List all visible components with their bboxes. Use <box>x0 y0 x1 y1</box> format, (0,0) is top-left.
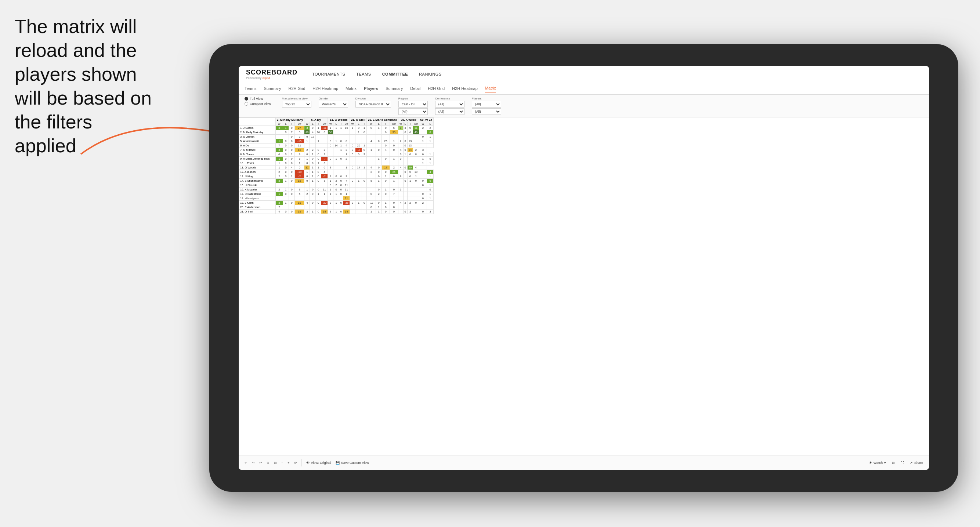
bottom-toolbar: ↩ ↪ ↩ ⊕ ⊞ − + ⟳ 👁 View: Original 💾 Save … <box>239 455 929 470</box>
full-view-radio[interactable] <box>245 97 248 100</box>
tablet-device: SCOREBOARD Powered by clippd TOURNAMENTS… <box>209 44 958 492</box>
table-row: 2. M Kelly Mulcahy 0 7 0 40 4 10 0 50 <box>239 130 434 135</box>
region-select[interactable]: East - DII <box>398 101 428 108</box>
col-group-dy: 6. A Dy <box>304 118 328 122</box>
table-row: 13. N Klug 2 0 1 -2 0 1 0 -2 1 0 0 3 <box>239 174 434 179</box>
subnav-matrix2[interactable]: Matrix <box>485 84 496 92</box>
share-button[interactable]: ↗ Share <box>910 461 923 465</box>
zoom-in-button[interactable]: + <box>288 461 290 465</box>
subnav-matrix[interactable]: Matrix <box>345 85 356 92</box>
players-select[interactable]: (All) <box>472 101 501 108</box>
logo-scoreboard: SCOREBOARD <box>246 68 298 76</box>
toolbar-divider <box>301 459 302 467</box>
table-row: 21. O Stoll 4 0 0 19 3 1 0 14 3 1 0 14 <box>239 210 434 214</box>
undo-button[interactable]: ↩ <box>245 461 248 465</box>
subnav-h2h-grid2[interactable]: H2H Grid <box>428 85 445 92</box>
conference-filter: Conference (All) (All) <box>435 97 465 115</box>
table-row: 7. O Mitchell 3 0 0 18 2 2 0 2 1 2 0 <box>239 148 434 152</box>
table-row: 18. H Hodgson 11 <box>239 196 434 201</box>
col-group-za: 60. W Za <box>419 118 433 122</box>
logo-area: SCOREBOARD Powered by clippd <box>246 68 298 79</box>
refresh-button[interactable]: ⟳ <box>294 461 297 465</box>
subnav-h2h-grid[interactable]: H2H Grid <box>288 85 305 92</box>
table-row: 6. A Dy 7 0 0 11 0 14 1 4 0 <box>239 143 434 148</box>
table-row: 3. S Jelinek 0 2 0 17 <box>239 135 434 139</box>
region-sub-select[interactable]: (All) <box>398 108 428 115</box>
max-players-select[interactable]: Top 25 <box>282 101 311 108</box>
division-filter: Division NCAA Division II <box>355 97 391 108</box>
table-row: 17. D Ballesteros 1 0 0 5 2 0 1 1 1 1 0 … <box>239 192 434 196</box>
back-button[interactable]: ↩ <box>259 461 262 465</box>
conference-sub-select[interactable]: (All) <box>435 108 465 115</box>
col-group-stoll: 21. O Stoll <box>350 118 366 122</box>
table-row: 20. E Andersson 2 <box>239 205 434 210</box>
player-col-header <box>239 118 276 126</box>
subnav-detail[interactable]: Detail <box>410 85 420 92</box>
division-select[interactable]: NCAA Division II <box>355 101 391 108</box>
table-row: 19. J Karrh 3 1 0 19 4 0 0 -20 3 1 0 -35… <box>239 201 434 205</box>
compact-view-radio[interactable] <box>245 102 248 106</box>
subnav-h2h-heatmap2[interactable]: H2H Heatmap <box>452 85 478 92</box>
matrix-table: 2. M Kelly Mulcahy 6. A Dy 11. G Woods 2… <box>239 117 434 214</box>
nav-items: TOURNAMENTS TEAMS COMMITTEE RANKINGS <box>312 70 442 78</box>
sub-nav: Teams Summary H2H Grid H2H Heatmap Matri… <box>239 82 929 95</box>
zoom-out-button[interactable]: − <box>281 461 283 465</box>
grid-button[interactable]: ⊞ <box>274 461 277 465</box>
players-filter: Players (All) (All) <box>472 97 501 115</box>
col-group-mulcahy: 2. M Kelly Mulcahy <box>276 118 304 122</box>
table-row: 14. S Srichantamit 3 1 0 18 0 1 0 5 1 2 … <box>239 179 434 183</box>
logo-powered: Powered by clippd <box>246 76 298 79</box>
table-row: 1. J Garcia 3 1 0 27 3 0 1 -11 1 1 1 10 … <box>239 126 434 130</box>
col-group-woods: 11. G Woods <box>328 118 350 122</box>
redo-button[interactable]: ↪ <box>252 461 255 465</box>
full-view-option[interactable]: Full View <box>245 97 271 100</box>
col-group-schumac: 23. L Marie Schumac <box>366 118 398 122</box>
gender-filter: Gender Women's <box>319 97 348 108</box>
col-group-webb: 38. A Webb <box>398 118 419 122</box>
table-row: 10. L Perini 1 0 0 1 0 0 1 3 <box>239 161 434 165</box>
subnav-players[interactable]: Players <box>364 85 378 92</box>
table-row: 16. X Mcgaha 2 1 0 3 1 0 0 11 1 0 0 11 <box>239 187 434 192</box>
layout-button[interactable]: ⊞ <box>892 461 895 465</box>
table-row: 5. A Nomrowski 1 0 0 -15 1 1 0 1 0 0 <box>239 139 434 143</box>
save-custom-view-button[interactable]: 💾 Save Custom View <box>336 461 369 465</box>
nav-rankings[interactable]: RANKINGS <box>419 70 441 78</box>
region-filter: Region East - DII (All) <box>398 97 428 115</box>
table-row: 15. H Stranda 0 2 0 11 <box>239 183 434 187</box>
fullscreen-button[interactable]: ⛶ <box>901 461 904 465</box>
nav-tournaments[interactable]: TOURNAMENTS <box>312 70 345 78</box>
table-row: 12. A Bianchi 2 0 0 -18 1 1 0 4 <box>239 170 434 174</box>
tablet-screen: SCOREBOARD Powered by clippd TOURNAMENTS… <box>239 66 929 470</box>
subnav-teams[interactable]: Teams <box>245 85 256 92</box>
search-button[interactable]: ⊕ <box>267 461 269 465</box>
top-nav: SCOREBOARD Powered by clippd TOURNAMENTS… <box>239 66 929 82</box>
gender-select[interactable]: Women's <box>319 101 348 108</box>
view-original-button[interactable]: 👁 View: Original <box>306 461 331 465</box>
matrix-area[interactable]: 2. M Kelly Mulcahy 6. A Dy 11. G Woods 2… <box>239 117 929 455</box>
subnav-h2h-heatmap[interactable]: H2H Heatmap <box>312 85 338 92</box>
subnav-summary2[interactable]: Summary <box>385 85 403 92</box>
conference-select[interactable]: (All) <box>435 101 465 108</box>
table-row: 9. A Maria Jimenez Rios 1 0 0 6 1 0 0 -7… <box>239 157 434 161</box>
nav-teams[interactable]: TEAMS <box>356 70 371 78</box>
annotation-text: The matrix will reload and the players s… <box>15 15 154 158</box>
table-row: 8. M Torres 0 0 1 8 0 1 0 2 1 0 <box>239 152 434 157</box>
watch-button[interactable]: 👁 Watch ▾ <box>869 461 886 465</box>
view-options: Full View Compact View <box>245 97 271 106</box>
nav-committee[interactable]: COMMITTEE <box>382 70 408 78</box>
subnav-summary[interactable]: Summary <box>264 85 281 92</box>
filters-bar: Full View Compact View Max players in vi… <box>239 95 929 117</box>
max-players-filter: Max players in view Top 25 <box>282 97 311 108</box>
toolbar-right: 👁 Watch ▾ ⊞ ⛶ ↗ Share <box>869 461 923 465</box>
table-row: 11. G Woods 1 0 4 0 11 1 1 0 3 1 0 <box>239 165 434 170</box>
players-sub-select[interactable]: (All) <box>472 108 501 115</box>
compact-view-option[interactable]: Compact View <box>245 102 271 106</box>
